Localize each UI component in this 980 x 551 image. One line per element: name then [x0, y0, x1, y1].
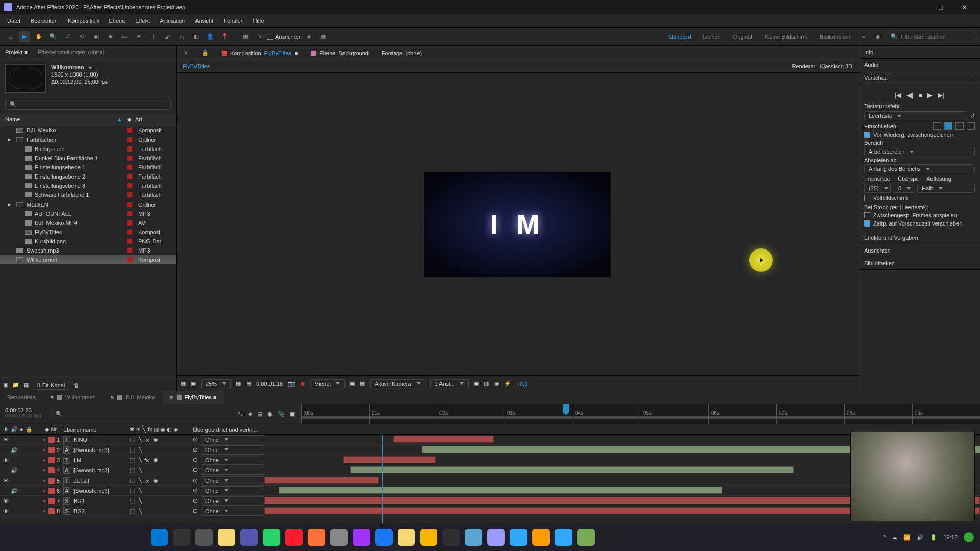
- taskbar-app-firefox[interactable]: [308, 529, 325, 546]
- project-item[interactable]: Einstellungsebene 2 Farbfläch: [0, 172, 176, 181]
- include-overlay-icon[interactable]: [955, 122, 964, 130]
- taskbar-app-obs[interactable]: [443, 529, 460, 546]
- viewer-close-icon[interactable]: ✕: [181, 47, 191, 58]
- cache-checkbox[interactable]: [864, 132, 870, 138]
- sw-collapse-icon[interactable]: ☀: [136, 426, 141, 432]
- panel-effekte[interactable]: Effekte und Vorgaben: [859, 232, 980, 244]
- prev-frame-icon[interactable]: ◀|: [906, 91, 913, 99]
- tray-chevron-icon[interactable]: ^: [883, 534, 886, 540]
- orbit-tool-icon[interactable]: ↺: [62, 31, 73, 42]
- roto-tool-icon[interactable]: 👤: [205, 31, 216, 42]
- col-name[interactable]: Name: [5, 116, 117, 123]
- taskbar-app-app1[interactable]: [330, 529, 348, 546]
- minimize-button[interactable]: —: [905, 0, 929, 14]
- taskbar-app-folder[interactable]: [398, 529, 415, 546]
- cachedframes-checkbox[interactable]: [864, 212, 870, 218]
- tray-time[interactable]: 19:12: [943, 534, 958, 540]
- project-item[interactable]: AUTOUNFALL MP3: [0, 209, 176, 218]
- layer-row[interactable]: 🔊 ▸6 A[Swoosh.mp3] ⬚╲ ⊙Ohne: [0, 486, 980, 496]
- hand-tool-icon[interactable]: ✋: [33, 31, 44, 42]
- timecode[interactable]: 0:00:03:23 00098 (25,00 fps): [0, 404, 51, 424]
- taskbar-app-ai[interactable]: [532, 529, 550, 546]
- panel-menu-icon[interactable]: ≡: [972, 74, 975, 81]
- zoom-dropdown[interactable]: 25%: [201, 379, 231, 388]
- project-item[interactable]: Background Farbfläch: [0, 144, 176, 154]
- menu-ansicht[interactable]: Ansicht: [190, 16, 218, 26]
- taskbar-app-explorer[interactable]: [218, 529, 235, 546]
- sw-shy-icon[interactable]: ✱: [130, 426, 134, 432]
- interpret-icon[interactable]: ▣: [3, 382, 8, 388]
- timeline-search[interactable]: 🔍: [51, 404, 199, 424]
- movetime-checkbox[interactable]: [864, 220, 870, 227]
- sw-quality-icon[interactable]: ╲: [142, 426, 146, 432]
- close-button[interactable]: ✕: [952, 0, 976, 14]
- attach-icon[interactable]: ⇲: [254, 31, 265, 42]
- view1-icon[interactable]: ▣: [474, 380, 479, 387]
- solo-col-icon[interactable]: ●: [20, 426, 23, 433]
- taskbar-app-win[interactable]: [151, 529, 168, 546]
- layer-row[interactable]: 🔊 ▸2 A[Swoosh.mp3] ⬚╲ ⊙Ohne: [0, 445, 980, 455]
- view2-icon[interactable]: ▥: [484, 380, 489, 387]
- anchor-tool-icon[interactable]: ⊕: [105, 31, 116, 42]
- eraser-tool-icon[interactable]: ◧: [190, 31, 202, 42]
- viewer-tab-komposition[interactable]: Komposition FlyByTitles ≡: [219, 48, 301, 58]
- renderer-value[interactable]: Klassisch 3D: [820, 63, 852, 69]
- tl-icon-5[interactable]: 📎: [278, 411, 285, 417]
- workspace-bibliotheken[interactable]: Bibliotheken: [814, 32, 856, 42]
- tl-icon-6[interactable]: ▣: [290, 411, 295, 417]
- label-col-icon[interactable]: ◆: [127, 116, 135, 123]
- transparency-icon[interactable]: ▦: [360, 380, 365, 387]
- project-search[interactable]: 🔍: [5, 99, 171, 110]
- timeline-tab[interactable]: × DJI_Mexiko: [103, 391, 162, 404]
- workspace-standard[interactable]: Standard: [662, 32, 697, 42]
- project-item[interactable]: Dunkel-Blau Farbfläche 1 Farbfläch: [0, 154, 176, 163]
- viewer-lock-icon[interactable]: 🔒: [199, 47, 212, 58]
- layer-row[interactable]: 👁 ▸5 TJETZT ⬚╲fx◉ ⊙Ohne: [0, 475, 980, 486]
- tray-battery-icon[interactable]: 🔋: [930, 534, 937, 541]
- selection-tool-icon[interactable]: ▶: [19, 31, 30, 42]
- tl-icon-2[interactable]: ◈: [248, 411, 252, 417]
- shortcut-dropdown[interactable]: Leertaste: [864, 111, 967, 120]
- fps-dropdown[interactable]: (25): [864, 184, 891, 193]
- workspace-overflow-icon[interactable]: »: [858, 31, 869, 42]
- timeline-tab[interactable]: Renderliste: [0, 392, 43, 403]
- breadcrumb[interactable]: FlyByTitles: [183, 63, 210, 69]
- tab-effekteinstellungen[interactable]: Effekteinstellungen: (ohne): [33, 46, 110, 60]
- new-comp-icon[interactable]: ▦: [23, 382, 29, 388]
- text-tool-icon[interactable]: T: [148, 31, 159, 42]
- include-audio-icon[interactable]: [944, 122, 952, 130]
- audio-col-icon[interactable]: 🔊: [11, 426, 18, 433]
- current-time[interactable]: 0:00:01:18: [256, 381, 283, 387]
- menu-hilfe[interactable]: Hilfe: [248, 16, 270, 26]
- menu-fenster[interactable]: Fenster: [218, 16, 248, 26]
- menu-ebene[interactable]: Ebene: [104, 16, 130, 26]
- bpc-button[interactable]: 8-Bit-Kanal: [33, 381, 69, 390]
- project-item[interactable]: ▸ MEDIEN Ordner: [0, 199, 176, 209]
- project-item[interactable]: Einstellungsebene 1 Farbfläch: [0, 163, 176, 172]
- layer-row[interactable]: 👁 ▸3 TI M ⬚╲fx◉ ⊙Ohne: [0, 455, 980, 465]
- loop-icon[interactable]: [967, 122, 975, 130]
- taskbar-app-search[interactable]: [173, 529, 190, 546]
- layer-row[interactable]: 👁 ▸8 SBG2 ⬚╲ ⊙Ohne: [0, 506, 980, 516]
- last-frame-icon[interactable]: ▶|: [938, 91, 944, 99]
- menu-komposition[interactable]: Komposition: [63, 16, 104, 26]
- new-folder-icon[interactable]: 📁: [12, 382, 19, 388]
- taskbar-app-messenger[interactable]: [353, 529, 370, 546]
- project-item[interactable]: Schwarz Farbfläche 1 Farbfläch: [0, 190, 176, 199]
- comp-dropdown-icon[interactable]: [86, 64, 92, 70]
- resolution-dropdown[interactable]: Viertel: [310, 379, 345, 388]
- layer-row[interactable]: 👁 ▸1 TKINO ⬚╲fx◉ ⊙Ohne: [0, 435, 980, 445]
- playfrom-dropdown[interactable]: Anfang des Bereichs: [864, 164, 975, 173]
- snapshot-icon[interactable]: 📷: [288, 380, 295, 387]
- align-checkbox[interactable]: [267, 34, 273, 40]
- viewer-tab-footage[interactable]: Footage (ohne): [379, 48, 425, 58]
- help-search-input[interactable]: [901, 34, 971, 40]
- timeline-tab[interactable]: × Willkommen: [43, 391, 103, 404]
- taskbar-app-lr[interactable]: [555, 529, 572, 546]
- menu-datei[interactable]: Datei: [2, 16, 26, 26]
- timeline-tab[interactable]: × FlyByTitles ≡: [162, 391, 224, 404]
- tl-icon-3[interactable]: ▤: [257, 411, 262, 417]
- camera-dropdown[interactable]: Aktive Kamera: [370, 379, 425, 388]
- layer-row[interactable]: 🔊 ▸4 A[Swoosh.mp3] ⬚╲ ⊙Ohne: [0, 465, 980, 475]
- rotate-tool-icon[interactable]: ⟲: [76, 31, 87, 42]
